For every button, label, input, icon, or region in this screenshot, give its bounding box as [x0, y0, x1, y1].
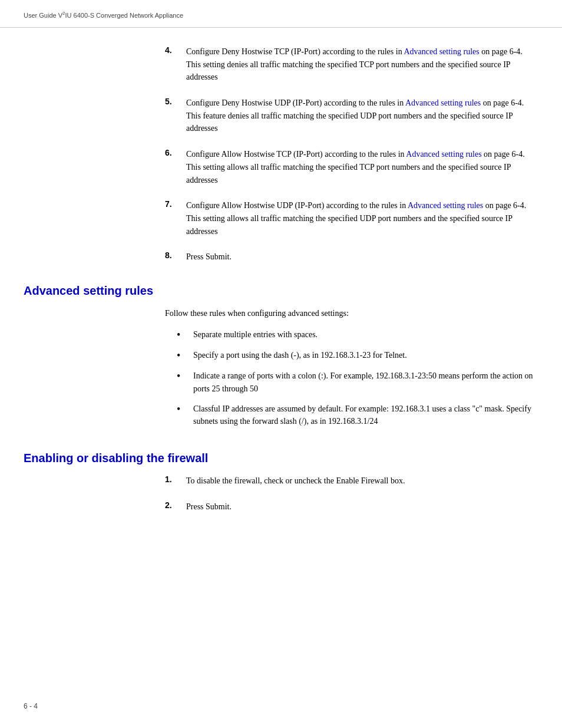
list-item: 4. Configure Deny Hostwise TCP (IP-Port)…: [165, 45, 538, 84]
list-item: 1. To disable the firewall, check or unc…: [165, 475, 538, 487]
advanced-setting-rules-section: Advanced setting rules Follow these rule…: [24, 284, 538, 428]
list-item: • Indicate a range of ports with a colon…: [177, 370, 538, 395]
advanced-setting-rules-heading: Advanced setting rules: [24, 284, 538, 298]
bullet-content: Separate multiple entries with spaces.: [193, 328, 538, 341]
page: User Guide V2IU 6400-S Converged Network…: [0, 0, 562, 728]
item-number: 1.: [165, 475, 183, 484]
enabling-firewall-heading: Enabling or disabling the firewall: [24, 452, 538, 465]
bullet-icon: •: [177, 328, 189, 342]
page-number: 6 - 4: [24, 702, 38, 710]
section-intro: Follow these rules when configuring adva…: [165, 307, 538, 320]
bullet-content: Classful IP addresses are assumed by def…: [193, 403, 538, 428]
item-number: 5.: [165, 97, 183, 106]
list-item: 5. Configure Deny Hostwise UDP (IP-Port)…: [165, 97, 538, 135]
bullet-content: Indicate a range of ports with a colon (…: [193, 370, 538, 395]
list-item: • Specify a port using the dash (-), as …: [177, 349, 538, 363]
page-footer: 6 - 4: [24, 702, 38, 710]
list-item: • Classful IP addresses are assumed by d…: [177, 403, 538, 428]
item-content: Press Submit.: [186, 500, 538, 513]
list-item: 2. Press Submit.: [165, 500, 538, 513]
bullet-icon: •: [177, 370, 189, 383]
advanced-setting-rules-link-6[interactable]: Advanced setting rules: [406, 150, 481, 159]
advanced-setting-rules-link-7[interactable]: Advanced setting rules: [408, 201, 483, 210]
item-content: Press Submit.: [186, 251, 538, 263]
list-item: • Separate multiple entries with spaces.: [177, 328, 538, 342]
page-header: User Guide V2IU 6400-S Converged Network…: [0, 0, 562, 28]
header-text: User Guide V2IU 6400-S Converged Network…: [24, 12, 183, 19]
bullet-icon: •: [177, 349, 189, 363]
numbered-list: 4. Configure Deny Hostwise TCP (IP-Port)…: [165, 45, 538, 263]
item-content: Configure Deny Hostwise UDP (IP-Port) ac…: [186, 97, 538, 135]
list-item: 8. Press Submit.: [165, 251, 538, 263]
item-number: 7.: [165, 199, 183, 209]
item-content: Configure Deny Hostwise TCP (IP-Port) ac…: [186, 45, 538, 84]
item-number: 6.: [165, 148, 183, 157]
enabling-firewall-section: Enabling or disabling the firewall 1. To…: [24, 452, 538, 513]
item-number: 2.: [165, 500, 183, 510]
item-content: To disable the firewall, check or unchec…: [186, 475, 538, 487]
item-content: Configure Allow Hostwise TCP (IP-Port) a…: [186, 148, 538, 186]
advanced-setting-rules-link-5[interactable]: Advanced setting rules: [405, 98, 481, 107]
advanced-setting-rules-link-4[interactable]: Advanced setting rules: [404, 47, 479, 56]
bullet-content: Specify a port using the dash (-), as in…: [193, 349, 538, 362]
list-item: 7. Configure Allow Hostwise UDP (IP-Port…: [165, 199, 538, 238]
item-number: 4.: [165, 45, 183, 55]
bullet-list: • Separate multiple entries with spaces.…: [177, 328, 538, 429]
list-item: 6. Configure Allow Hostwise TCP (IP-Port…: [165, 148, 538, 186]
item-number: 8.: [165, 251, 183, 260]
bullet-icon: •: [177, 403, 189, 416]
item-content: Configure Allow Hostwise UDP (IP-Port) a…: [186, 199, 538, 238]
main-content: 4. Configure Deny Hostwise TCP (IP-Port)…: [0, 28, 562, 550]
enabling-numbered-list: 1. To disable the firewall, check or unc…: [165, 475, 538, 513]
